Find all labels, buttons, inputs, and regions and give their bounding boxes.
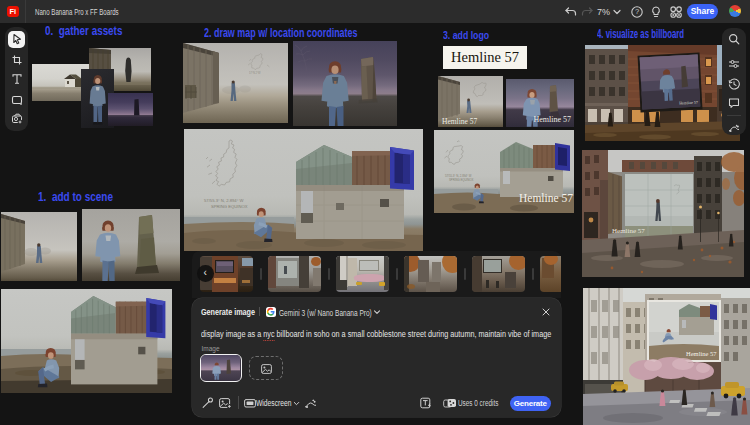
svg-text:?: ? — [635, 7, 639, 16]
svg-text:Hemline 57: Hemline 57 — [679, 100, 698, 106]
svg-text:SPRING EQUINOX: SPRING EQUINOX — [211, 204, 248, 209]
svg-text:57/55.3° N, 2.894° W: 57/55.3° N, 2.894° W — [204, 198, 243, 203]
svg-text:Hemline 57: Hemline 57 — [612, 227, 645, 235]
svg-text:57°N 2°W: 57°N 2°W — [249, 71, 261, 75]
svg-text:SPRING EQUINOX: SPRING EQUINOX — [449, 178, 474, 182]
svg-text:Hemline 57: Hemline 57 — [686, 350, 717, 357]
